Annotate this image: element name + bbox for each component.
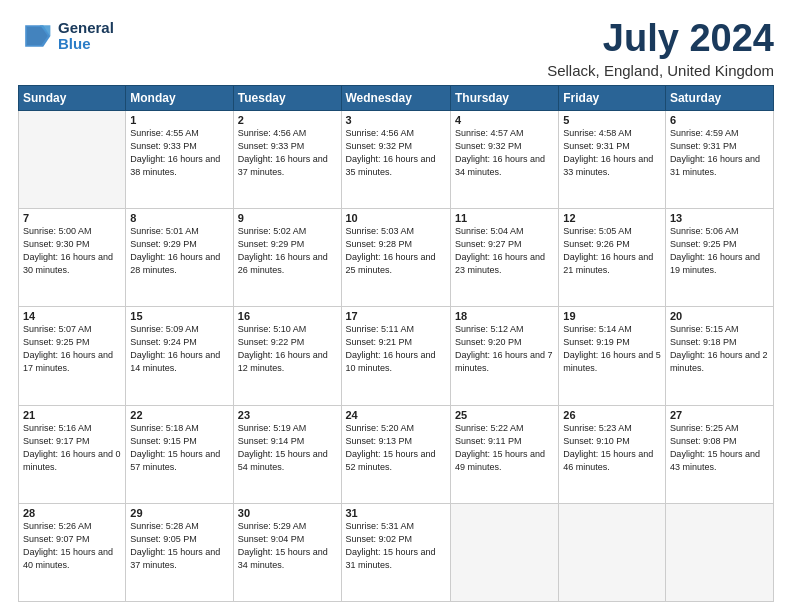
day-info: Sunrise: 5:02 AM Sunset: 9:29 PM Dayligh… [238, 225, 337, 277]
day-number: 12 [563, 212, 661, 224]
day-number: 22 [130, 409, 228, 421]
day-cell: 6Sunrise: 4:59 AM Sunset: 9:31 PM Daylig… [665, 110, 773, 208]
header-saturday: Saturday [665, 85, 773, 110]
day-number: 16 [238, 310, 337, 322]
day-number: 30 [238, 507, 337, 519]
location: Sellack, England, United Kingdom [547, 62, 774, 79]
page: General Blue July 2024 Sellack, England,… [0, 0, 792, 612]
header-tuesday: Tuesday [233, 85, 341, 110]
day-cell: 25Sunrise: 5:22 AM Sunset: 9:11 PM Dayli… [450, 405, 558, 503]
day-info: Sunrise: 5:19 AM Sunset: 9:14 PM Dayligh… [238, 422, 337, 474]
day-number: 21 [23, 409, 121, 421]
day-info: Sunrise: 5:09 AM Sunset: 9:24 PM Dayligh… [130, 323, 228, 375]
day-info: Sunrise: 5:20 AM Sunset: 9:13 PM Dayligh… [346, 422, 446, 474]
logo-icon [18, 18, 54, 54]
day-cell: 28Sunrise: 5:26 AM Sunset: 9:07 PM Dayli… [19, 503, 126, 601]
day-info: Sunrise: 5:03 AM Sunset: 9:28 PM Dayligh… [346, 225, 446, 277]
day-info: Sunrise: 4:56 AM Sunset: 9:33 PM Dayligh… [238, 127, 337, 179]
day-cell: 8Sunrise: 5:01 AM Sunset: 9:29 PM Daylig… [126, 209, 233, 307]
day-info: Sunrise: 5:07 AM Sunset: 9:25 PM Dayligh… [23, 323, 121, 375]
day-info: Sunrise: 5:06 AM Sunset: 9:25 PM Dayligh… [670, 225, 769, 277]
day-info: Sunrise: 5:05 AM Sunset: 9:26 PM Dayligh… [563, 225, 661, 277]
day-info: Sunrise: 5:04 AM Sunset: 9:27 PM Dayligh… [455, 225, 554, 277]
day-number: 17 [346, 310, 446, 322]
day-cell: 18Sunrise: 5:12 AM Sunset: 9:20 PM Dayli… [450, 307, 558, 405]
day-number: 13 [670, 212, 769, 224]
day-info: Sunrise: 5:14 AM Sunset: 9:19 PM Dayligh… [563, 323, 661, 375]
day-info: Sunrise: 5:26 AM Sunset: 9:07 PM Dayligh… [23, 520, 121, 572]
day-number: 31 [346, 507, 446, 519]
day-number: 11 [455, 212, 554, 224]
day-cell: 16Sunrise: 5:10 AM Sunset: 9:22 PM Dayli… [233, 307, 341, 405]
day-number: 6 [670, 114, 769, 126]
day-cell [559, 503, 666, 601]
day-cell: 31Sunrise: 5:31 AM Sunset: 9:02 PM Dayli… [341, 503, 450, 601]
header-row: Sunday Monday Tuesday Wednesday Thursday… [19, 85, 774, 110]
day-info: Sunrise: 5:11 AM Sunset: 9:21 PM Dayligh… [346, 323, 446, 375]
day-cell: 19Sunrise: 5:14 AM Sunset: 9:19 PM Dayli… [559, 307, 666, 405]
day-cell [665, 503, 773, 601]
week-row-5: 28Sunrise: 5:26 AM Sunset: 9:07 PM Dayli… [19, 503, 774, 601]
day-cell: 26Sunrise: 5:23 AM Sunset: 9:10 PM Dayli… [559, 405, 666, 503]
day-info: Sunrise: 5:18 AM Sunset: 9:15 PM Dayligh… [130, 422, 228, 474]
day-cell: 20Sunrise: 5:15 AM Sunset: 9:18 PM Dayli… [665, 307, 773, 405]
day-number: 19 [563, 310, 661, 322]
day-number: 4 [455, 114, 554, 126]
day-cell: 1Sunrise: 4:55 AM Sunset: 9:33 PM Daylig… [126, 110, 233, 208]
day-cell: 22Sunrise: 5:18 AM Sunset: 9:15 PM Dayli… [126, 405, 233, 503]
day-number: 29 [130, 507, 228, 519]
day-info: Sunrise: 5:00 AM Sunset: 9:30 PM Dayligh… [23, 225, 121, 277]
header-monday: Monday [126, 85, 233, 110]
day-number: 23 [238, 409, 337, 421]
day-cell: 21Sunrise: 5:16 AM Sunset: 9:17 PM Dayli… [19, 405, 126, 503]
header-friday: Friday [559, 85, 666, 110]
day-number: 24 [346, 409, 446, 421]
day-info: Sunrise: 4:59 AM Sunset: 9:31 PM Dayligh… [670, 127, 769, 179]
day-number: 28 [23, 507, 121, 519]
day-info: Sunrise: 5:16 AM Sunset: 9:17 PM Dayligh… [23, 422, 121, 474]
day-cell: 5Sunrise: 4:58 AM Sunset: 9:31 PM Daylig… [559, 110, 666, 208]
day-info: Sunrise: 5:12 AM Sunset: 9:20 PM Dayligh… [455, 323, 554, 375]
day-cell: 3Sunrise: 4:56 AM Sunset: 9:32 PM Daylig… [341, 110, 450, 208]
logo-text: General Blue [58, 20, 114, 53]
day-cell [450, 503, 558, 601]
logo: General Blue [18, 18, 114, 54]
calendar-table: Sunday Monday Tuesday Wednesday Thursday… [18, 85, 774, 602]
day-number: 25 [455, 409, 554, 421]
day-number: 14 [23, 310, 121, 322]
header-wednesday: Wednesday [341, 85, 450, 110]
day-number: 10 [346, 212, 446, 224]
day-cell: 17Sunrise: 5:11 AM Sunset: 9:21 PM Dayli… [341, 307, 450, 405]
logo-blue-text: Blue [58, 36, 114, 53]
day-info: Sunrise: 5:31 AM Sunset: 9:02 PM Dayligh… [346, 520, 446, 572]
title-section: July 2024 Sellack, England, United Kingd… [547, 18, 774, 79]
day-cell: 12Sunrise: 5:05 AM Sunset: 9:26 PM Dayli… [559, 209, 666, 307]
header: General Blue July 2024 Sellack, England,… [18, 18, 774, 79]
day-number: 5 [563, 114, 661, 126]
month-title: July 2024 [547, 18, 774, 60]
calendar: Sunday Monday Tuesday Wednesday Thursday… [18, 85, 774, 602]
week-row-1: 1Sunrise: 4:55 AM Sunset: 9:33 PM Daylig… [19, 110, 774, 208]
logo-general-text: General [58, 20, 114, 37]
day-info: Sunrise: 5:23 AM Sunset: 9:10 PM Dayligh… [563, 422, 661, 474]
day-cell [19, 110, 126, 208]
header-thursday: Thursday [450, 85, 558, 110]
day-info: Sunrise: 5:10 AM Sunset: 9:22 PM Dayligh… [238, 323, 337, 375]
day-info: Sunrise: 5:22 AM Sunset: 9:11 PM Dayligh… [455, 422, 554, 474]
day-number: 27 [670, 409, 769, 421]
day-info: Sunrise: 5:01 AM Sunset: 9:29 PM Dayligh… [130, 225, 228, 277]
day-number: 7 [23, 212, 121, 224]
week-row-3: 14Sunrise: 5:07 AM Sunset: 9:25 PM Dayli… [19, 307, 774, 405]
day-cell: 23Sunrise: 5:19 AM Sunset: 9:14 PM Dayli… [233, 405, 341, 503]
day-info: Sunrise: 5:29 AM Sunset: 9:04 PM Dayligh… [238, 520, 337, 572]
day-cell: 13Sunrise: 5:06 AM Sunset: 9:25 PM Dayli… [665, 209, 773, 307]
day-cell: 4Sunrise: 4:57 AM Sunset: 9:32 PM Daylig… [450, 110, 558, 208]
day-number: 9 [238, 212, 337, 224]
day-cell: 7Sunrise: 5:00 AM Sunset: 9:30 PM Daylig… [19, 209, 126, 307]
day-info: Sunrise: 5:15 AM Sunset: 9:18 PM Dayligh… [670, 323, 769, 375]
day-number: 2 [238, 114, 337, 126]
day-cell: 24Sunrise: 5:20 AM Sunset: 9:13 PM Dayli… [341, 405, 450, 503]
day-number: 8 [130, 212, 228, 224]
week-row-4: 21Sunrise: 5:16 AM Sunset: 9:17 PM Dayli… [19, 405, 774, 503]
day-cell: 29Sunrise: 5:28 AM Sunset: 9:05 PM Dayli… [126, 503, 233, 601]
